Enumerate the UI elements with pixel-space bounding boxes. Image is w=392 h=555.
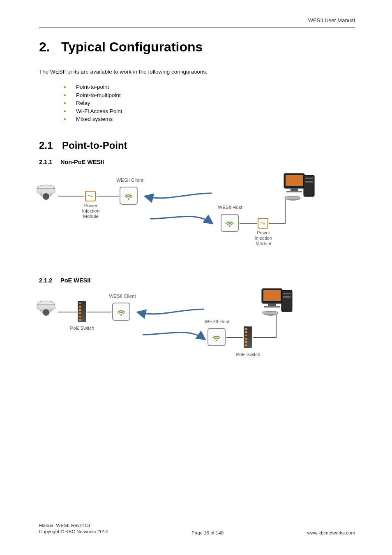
footer-url: www.kbcnetworks.com [307,530,355,535]
subsection-2-1-2-heading: 2.1.2PoE WESII [39,277,355,284]
svg-rect-27 [263,312,277,314]
wire-line [87,312,111,312]
rf-link-arrows-icon [142,190,216,227]
document-page: WESII User Manual 2.Typical Configuratio… [0,0,392,555]
svg-point-2 [43,193,49,200]
poe-switch-label: PoE Switch [68,326,97,331]
subsection-2-1-1-heading: 2.1.1Non-PoE WESII [39,159,355,165]
svg-point-16 [43,309,49,316]
list-item: Mixed systems [64,115,355,123]
config-bullet-list: Point-to-point Point-to-multipoint Relay… [39,83,355,123]
svg-rect-1 [37,188,55,193]
svg-rect-21 [268,303,276,306]
subsection-number: 2.1.2 [39,277,60,284]
pim-label: Power Injection Module [79,203,102,220]
title-h1: 2.Typical Configurations [39,39,355,55]
section-number: 2.1 [39,140,62,151]
wesii-client-icon [120,187,138,205]
wesii-client-label: WESII Client [115,178,144,183]
title-text: Typical Configurations [61,39,203,54]
svg-rect-22 [264,306,280,308]
power-injection-module-icon [85,191,96,201]
wire-line [269,223,285,224]
svg-point-3 [128,198,129,200]
poe-switch-label: PoE Switch [234,352,263,357]
svg-point-18 [216,340,217,341]
intro-paragraph: The WESII units are available to work in… [39,69,355,75]
svg-point-17 [120,314,122,316]
svg-rect-25 [283,296,291,298]
wire-line [253,337,276,338]
subsection-title: PoE WESII [60,277,90,284]
svg-point-4 [229,225,231,227]
svg-rect-11 [305,181,313,183]
svg-rect-10 [305,178,313,179]
svg-rect-20 [263,290,281,301]
list-item: Point-to-point [64,83,355,91]
wire-line [240,223,257,224]
wesii-host-icon [208,328,226,346]
svg-rect-24 [283,293,291,294]
svg-rect-7 [291,188,298,191]
poe-switch-icon [78,301,86,322]
section-title: Point-to-Point [62,140,127,151]
wesii-client-icon [112,303,130,321]
wesii-host-label: WESII Host [216,205,244,210]
svg-rect-8 [286,191,302,192]
camera-icon [35,183,57,209]
diagram-non-poe: Power Injection Module WESII Client WESI… [39,175,327,270]
footer-rev: Manual-WESII-Rev1403 [39,523,90,528]
section-2-1-heading: 2.1Point-to-Point [39,140,355,151]
wesii-host-label: WESII Host [203,319,231,324]
header-rule [39,28,355,28]
list-item: Relay [64,99,355,107]
poe-switch-icon [244,326,252,348]
camera-icon [35,299,57,325]
title-number: 2. [39,39,61,55]
footer-copyright: Copyright © KBC Networks 2014 [39,529,108,534]
diagram-poe: PoE Switch WESII Client WESII Host [39,294,327,384]
svg-rect-6 [286,175,303,186]
footer-page: Page 16 of 140 [108,530,307,535]
wesii-host-icon [221,214,239,232]
wesii-client-label: WESII Client [108,294,137,299]
subsection-title: Non-PoE WESII [60,159,104,165]
footer-left: Manual-WESII-Rev1403 Copyright © KBC Net… [39,523,108,535]
header-right: WESII User Manual [39,17,355,23]
svg-rect-13 [285,197,300,199]
page-footer: Manual-WESII-Rev1403 Copyright © KBC Net… [39,523,355,535]
list-item: Wi-Fi Access Point [64,107,355,116]
wire-line [226,337,243,338]
wire-line [58,312,77,312]
wire-line [58,196,84,197]
computer-icon [281,173,317,206]
subsection-number: 2.1.1 [39,159,60,165]
svg-rect-15 [37,304,55,309]
list-item: Point-to-multipoint [64,91,355,99]
pim-label: Power Injection Module [252,230,275,247]
power-injection-module-icon [258,218,268,229]
rf-link-arrows-icon [134,306,208,343]
computer-icon [259,288,295,321]
wire-line [97,196,119,197]
